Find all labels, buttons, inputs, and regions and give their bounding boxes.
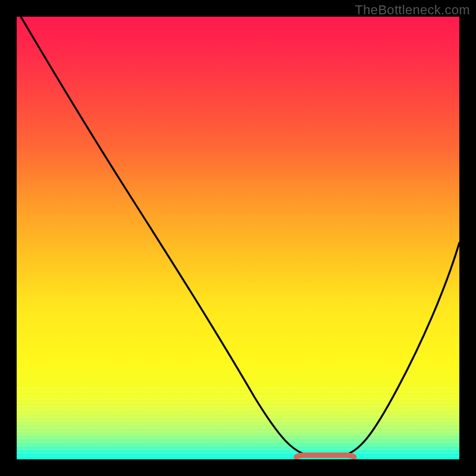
curve-svg (17, 17, 459, 459)
watermark-text: TheBottleneck.com (355, 2, 470, 18)
bottleneck-curve-path (21, 17, 459, 456)
chart-plot-area (17, 17, 459, 459)
optimal-range-marker (296, 455, 354, 457)
gradient-band-overlay (17, 388, 459, 459)
